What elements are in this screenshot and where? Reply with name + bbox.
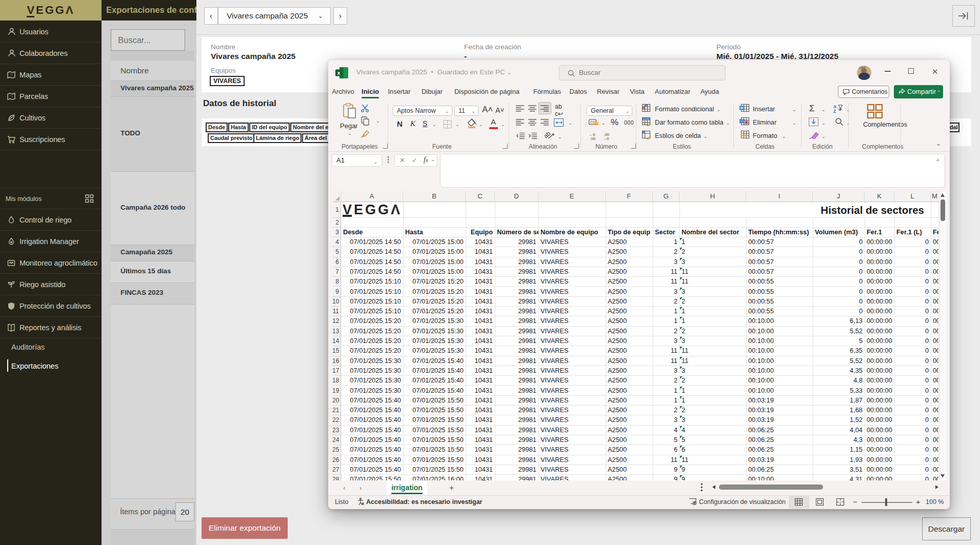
svg-text:→0: →0	[603, 136, 609, 140]
svg-text:x: x	[337, 70, 341, 76]
svg-text:Z: Z	[833, 109, 836, 113]
svg-text:.00: .00	[590, 136, 596, 140]
